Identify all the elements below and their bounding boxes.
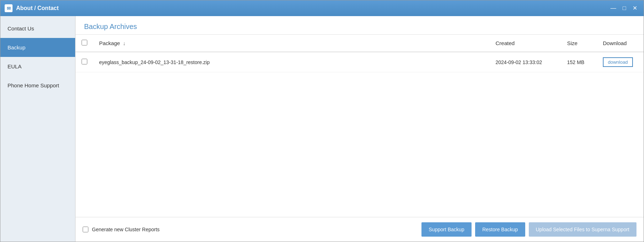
table-header-row: Package ↓ Created Size Download	[75, 35, 644, 52]
header-package[interactable]: Package ↓	[93, 35, 490, 52]
header-checkbox-col	[75, 35, 93, 52]
sort-arrow: ↓	[123, 40, 126, 46]
sidebar-item-eula[interactable]: EULA	[0, 57, 75, 76]
header-size: Size	[561, 35, 597, 52]
header-download: Download	[597, 35, 644, 52]
row-created: 2024-09-02 13:33:02	[490, 52, 561, 72]
maximize-button[interactable]: □	[620, 5, 628, 12]
header-checkbox[interactable]	[82, 40, 87, 45]
restore-backup-button[interactable]: Restore Backup	[475, 222, 525, 237]
table-row: eyeglass_backup_24-09-02_13-31-18_restor…	[75, 52, 644, 72]
close-button[interactable]: ✕	[630, 5, 639, 12]
row-checkbox-cell	[75, 52, 93, 72]
upload-files-button: Upload Selected Files to Superna Support	[529, 222, 637, 237]
row-checkbox[interactable]	[82, 59, 87, 64]
sidebar-item-backup[interactable]: Backup	[0, 38, 75, 57]
support-backup-button[interactable]: Support Backup	[421, 222, 472, 237]
minimize-button[interactable]: —	[608, 5, 618, 12]
sidebar: Contact Us Backup EULA Phone Home Suppor…	[0, 16, 75, 242]
backup-table: Package ↓ Created Size Download	[75, 35, 644, 72]
window-body: Contact Us Backup EULA Phone Home Suppor…	[0, 16, 644, 242]
main-content: Backup Archives Package ↓ Cre	[75, 16, 644, 242]
generate-reports-label: Generate new Cluster Reports	[92, 227, 160, 232]
table-area: Package ↓ Created Size Download	[75, 35, 644, 217]
page-title: Backup Archives	[84, 23, 635, 31]
title-bar-left: ✉ About / Contact	[5, 4, 59, 12]
title-bar-controls: — □ ✕	[608, 5, 639, 12]
window-title: About / Contact	[16, 5, 59, 11]
footer-buttons: Support Backup Restore Backup Upload Sel…	[421, 222, 636, 237]
generate-reports-checkbox[interactable]	[83, 227, 88, 232]
row-download: download	[597, 52, 644, 72]
window-icon: ✉	[5, 4, 13, 12]
footer-bar: Generate new Cluster Reports Support Bac…	[75, 217, 644, 242]
download-link[interactable]: download	[603, 57, 633, 67]
row-package: eyeglass_backup_24-09-02_13-31-18_restor…	[93, 52, 490, 72]
table-body: eyeglass_backup_24-09-02_13-31-18_restor…	[75, 52, 644, 72]
header-created: Created	[490, 35, 561, 52]
sidebar-item-contact-us[interactable]: Contact Us	[0, 19, 75, 38]
sidebar-item-phone-home-support[interactable]: Phone Home Support	[0, 76, 75, 95]
main-header: Backup Archives	[75, 16, 644, 35]
row-size: 152 MB	[561, 52, 597, 72]
main-window: ✉ About / Contact — □ ✕ Contact Us Backu…	[0, 0, 644, 242]
footer-left: Generate new Cluster Reports	[83, 227, 416, 232]
title-bar: ✉ About / Contact — □ ✕	[0, 0, 644, 16]
